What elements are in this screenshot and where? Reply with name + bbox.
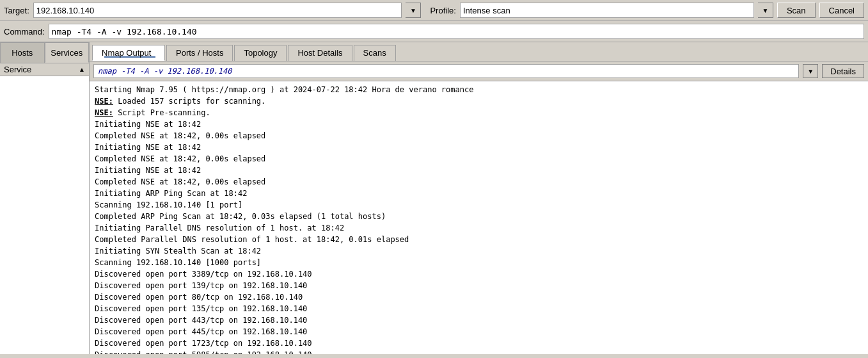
output-line: NSE: Script Pre-scanning. (95, 107, 863, 118)
sidebar-list[interactable] (0, 76, 89, 354)
target-dropdown[interactable]: ▼ (406, 3, 421, 18)
output-line: Discovered open port 80/tcp on 192.168.1… (95, 291, 863, 303)
tab-topology[interactable]: Topology (234, 45, 287, 61)
output-line: Discovered open port 443/tcp on 192.168.… (95, 314, 863, 326)
output-toolbar: nmap -T4 -A -v 192.168.10.140 ▼ Details (90, 61, 868, 81)
output-command-text: nmap -T4 -A -v 192.168.10.140 (98, 67, 232, 76)
output-line: Completed NSE at 18:42, 0.00s elapsed (95, 130, 863, 142)
output-line: Initiating NSE at 18:42 (95, 118, 863, 130)
tab-nmap-output[interactable]: Nmap Output (92, 45, 165, 61)
sidebar: Hosts Services Service ▲ (0, 42, 90, 354)
output-dropdown-icon: ▼ (807, 68, 814, 75)
target-dropdown-icon: ▼ (410, 7, 416, 14)
output-line: NSE: Loaded 157 scripts for scanning. (95, 95, 863, 107)
output-line: Discovered open port 139/tcp on 192.168.… (95, 280, 863, 291)
service-column-label: Service (4, 65, 31, 74)
profile-label: Profile: (430, 6, 455, 15)
output-line: Initiating NSE at 18:42 (95, 142, 863, 153)
output-line: Completed NSE at 18:42, 0.00s elapsed (95, 176, 863, 188)
output-line: Discovered open port 445/tcp on 192.168.… (95, 326, 863, 338)
output-command-display: nmap -T4 -A -v 192.168.10.140 (93, 64, 799, 78)
scan-button[interactable]: Scan (777, 3, 816, 18)
details-button[interactable]: Details (822, 64, 864, 78)
tab-ports-hosts[interactable]: Ports / Hosts (166, 45, 233, 61)
target-input[interactable] (33, 3, 402, 18)
output-line: Initiating Parallel DNS resolution of 1 … (95, 222, 863, 234)
toolbar: Target: ▼ Profile: ▼ Scan Cancel (0, 0, 868, 21)
profile-dropdown-icon: ▼ (762, 7, 768, 14)
output-line: Initiating NSE at 18:42 (95, 165, 863, 176)
target-label: Target: (4, 6, 29, 15)
output-line: Completed Parallel DNS resolution of 1 h… (95, 234, 863, 245)
output-line: Discovered open port 5985/tcp on 192.168… (95, 349, 863, 354)
sidebar-tab-hosts[interactable]: Hosts (0, 42, 45, 63)
content-area: Nmap Output Ports / Hosts Topology Host … (90, 42, 868, 354)
output-line: Scanning 192.168.10.140 [1 port] (95, 199, 863, 211)
command-input[interactable] (49, 24, 864, 39)
main-area: Hosts Services Service ▲ Nmap Output Por… (0, 42, 868, 354)
output-line: Completed NSE at 18:42, 0.00s elapsed (95, 153, 863, 165)
content-tabs: Nmap Output Ports / Hosts Topology Host … (90, 42, 868, 61)
tab-host-details[interactable]: Host Details (288, 45, 352, 61)
output-line: Discovered open port 3389/tcp on 192.168… (95, 268, 863, 280)
command-label: Command: (4, 27, 45, 37)
output-line: Scanning 192.168.10.140 [1000 ports] (95, 257, 863, 268)
command-bar: Command: (0, 21, 868, 42)
output-line: Initiating SYN Stealth Scan at 18:42 (95, 245, 863, 257)
sidebar-content: Service ▲ (0, 63, 89, 354)
cancel-button[interactable]: Cancel (819, 3, 864, 18)
output-dropdown[interactable]: ▼ (803, 64, 818, 78)
sidebar-tab-services[interactable]: Services (45, 42, 90, 63)
output-line: Discovered open port 135/tcp on 192.168.… (95, 303, 863, 314)
output-line: Initiating ARP Ping Scan at 18:42 (95, 188, 863, 199)
sidebar-tabs: Hosts Services (0, 42, 89, 63)
output-line: Discovered open port 1723/tcp on 192.168… (95, 338, 863, 349)
output-content[interactable]: Starting Nmap 7.95 ( https://nmap.org ) … (90, 81, 868, 354)
profile-input[interactable] (460, 3, 754, 18)
output-line: Completed ARP Ping Scan at 18:42, 0.03s … (95, 211, 863, 222)
output-line: Starting Nmap 7.95 ( https://nmap.org ) … (95, 84, 863, 95)
sidebar-service-header: Service ▲ (0, 63, 89, 76)
sort-arrow[interactable]: ▲ (79, 66, 85, 73)
profile-dropdown[interactable]: ▼ (758, 3, 773, 18)
tab-scans[interactable]: Scans (354, 45, 396, 61)
